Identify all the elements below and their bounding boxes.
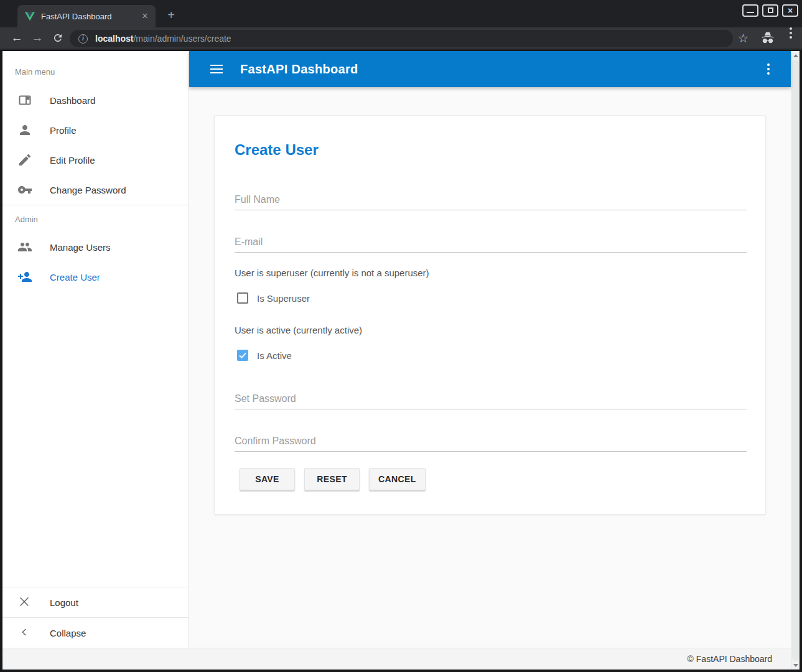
confirm-password-input[interactable] [235, 431, 747, 452]
incognito-button[interactable] [761, 27, 775, 49]
vue-logo-icon [25, 12, 35, 21]
sidebar-item-edit-profile[interactable]: Edit Profile [2, 145, 189, 175]
app-bar: FastAPI Dashboard [189, 51, 791, 87]
app-title: FastAPI Dashboard [240, 62, 358, 77]
copyright-text: © FastAPI Dashboard [688, 654, 772, 664]
create-user-card: Create User User is superuser (currently… [214, 115, 766, 515]
bookmark-star-button[interactable]: ☆ [738, 27, 748, 49]
sidebar-item-label: Create User [50, 272, 100, 282]
sidebar-item-label: Dashboard [50, 95, 95, 106]
close-icon: × [783, 6, 797, 16]
checkbox-label: Is Active [257, 350, 292, 361]
email-input[interactable] [235, 231, 747, 253]
sidebar-item-label: Logout [50, 597, 78, 608]
sidebar-item-dashboard[interactable]: Dashboard [2, 85, 189, 115]
set-password-input[interactable] [235, 388, 747, 409]
maximize-icon [768, 7, 773, 13]
people-icon [17, 240, 32, 254]
maximize-button[interactable] [762, 4, 778, 17]
sidebar-item-collapse[interactable]: Collapse [2, 618, 189, 648]
checkbox-checked-icon[interactable] [237, 350, 248, 361]
scrollbar-up-arrow[interactable] [791, 51, 800, 60]
checkbox-label: Is Superuser [257, 293, 310, 304]
main-content: Create User User is superuser (currently… [189, 87, 791, 648]
minimize-icon [747, 12, 754, 13]
sidebar-item-label: Manage Users [50, 242, 111, 253]
sidebar-item-create-user[interactable]: Create User [2, 262, 189, 292]
site-info-icon[interactable]: i [78, 34, 88, 44]
sidebar-section-admin: Admin [2, 205, 189, 232]
person-icon [17, 123, 32, 138]
sidebar-item-label: Profile [50, 125, 77, 136]
tab-title: FastAPI Dashboard [41, 12, 139, 21]
sidebar-item-manage-users[interactable]: Manage Users [2, 232, 189, 262]
browser-tab[interactable]: FastAPI Dashboard × [17, 5, 156, 27]
dot [790, 27, 792, 30]
reset-button[interactable]: RESET [304, 468, 360, 490]
email-field-wrap [235, 231, 747, 253]
new-tab-button[interactable]: + [163, 7, 179, 24]
full-name-input[interactable] [235, 189, 747, 210]
page: Main menu Dashboard Profile Edit Profile [2, 51, 800, 670]
confirm-password-field-wrap [235, 431, 747, 452]
page-footer: © FastAPI Dashboard [2, 648, 791, 670]
window-controls: × [742, 4, 798, 17]
reload-icon [52, 32, 63, 44]
url-path: /main/admin/users/create [133, 34, 231, 44]
hamburger-menu-button[interactable] [210, 65, 223, 73]
sidebar-item-label: Collapse [50, 628, 86, 638]
dashboard-icon [17, 93, 32, 108]
set-password-field-wrap [235, 388, 747, 409]
app-overflow-menu-button[interactable] [761, 62, 776, 77]
incognito-icon [761, 31, 775, 45]
superuser-hint: User is superuser (currently is not a su… [235, 268, 429, 278]
url-host: localhost [95, 34, 133, 44]
sidebar-spacer [2, 292, 189, 587]
scrollbar-thumb[interactable] [792, 60, 799, 661]
chevron-left-icon [17, 625, 32, 640]
sidebar-item-logout[interactable]: Logout [2, 587, 189, 617]
cancel-button[interactable]: CANCEL [369, 468, 426, 490]
back-button[interactable]: ← [7, 27, 26, 49]
forward-button[interactable]: → [28, 27, 47, 49]
minimize-button[interactable] [742, 4, 758, 17]
sidebar-section-main-menu: Main menu [2, 51, 189, 85]
url-text: localhost/main/admin/users/create [95, 34, 231, 44]
checkbox-unchecked-icon[interactable] [237, 292, 248, 304]
browser-toolbar: ← → i localhost/main/admin/users/create … [0, 27, 802, 50]
active-hint: User is active (currently active) [235, 325, 362, 335]
sidebar-item-label: Edit Profile [50, 155, 95, 166]
tab-close-icon[interactable]: × [139, 11, 151, 22]
sidebar-item-profile[interactable]: Profile [2, 115, 189, 145]
reload-button[interactable] [49, 27, 67, 49]
full-name-field-wrap [235, 189, 747, 210]
sidebar: Main menu Dashboard Profile Edit Profile [2, 51, 189, 648]
pencil-icon [17, 152, 32, 167]
dot [790, 32, 792, 34]
sidebar-item-label: Change Password [50, 185, 126, 195]
scrollbar-down-arrow[interactable] [791, 661, 800, 670]
close-window-button[interactable]: × [782, 4, 798, 17]
dot [790, 36, 792, 39]
person-add-icon [17, 269, 32, 284]
page-title: Create User [235, 141, 319, 159]
browser-tab-bar: FastAPI Dashboard × + × [0, 0, 802, 27]
is-active-checkbox-row[interactable]: Is Active [237, 350, 292, 361]
address-bar[interactable]: i localhost/main/admin/users/create [70, 30, 733, 47]
save-button[interactable]: SAVE [240, 468, 295, 490]
vertical-scrollbar[interactable] [791, 51, 800, 670]
close-icon [17, 595, 32, 610]
browser-menu-button[interactable] [790, 27, 792, 49]
key-icon [17, 182, 32, 197]
is-superuser-checkbox-row[interactable]: Is Superuser [237, 292, 310, 304]
form-actions: SAVE RESET CANCEL [240, 468, 426, 490]
sidebar-item-change-password[interactable]: Change Password [2, 175, 189, 205]
